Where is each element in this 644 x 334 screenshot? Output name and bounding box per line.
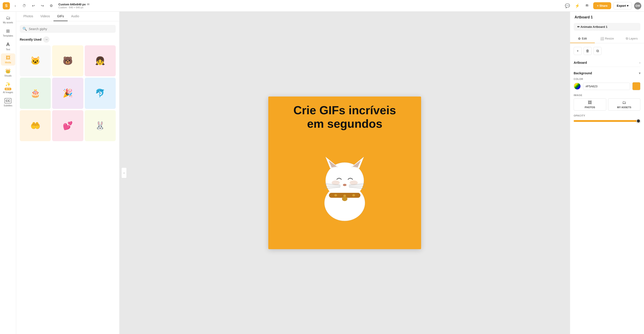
redo-button[interactable]: ↪ [39, 2, 46, 9]
color-label: COLOR [574, 78, 640, 80]
text-icon: A [6, 41, 10, 47]
svg-point-8 [343, 184, 346, 186]
photos-button[interactable]: 🖼 PHOTOS [574, 98, 606, 111]
sidebar-item-text[interactable]: A Text [1, 40, 15, 52]
sidebar-item-ai-images[interactable]: ✨ BETA AI Images [1, 80, 15, 95]
list-item[interactable]: 🐻 [52, 45, 83, 76]
gif-preview: 🐱 [20, 45, 51, 76]
sidebar-item-label: Subtitles [4, 104, 12, 107]
search-input[interactable] [29, 27, 113, 31]
user-avatar[interactable]: GW [634, 2, 641, 9]
list-item[interactable]: 🐱 [20, 45, 51, 76]
export-chevron-icon: ▾ [627, 4, 628, 7]
canvas-heading: Crie GIFs incríveis em segundos [294, 104, 396, 131]
image-label: IMAGE [574, 94, 640, 96]
templates-icon: ⊞ [6, 28, 10, 34]
list-item[interactable]: 🐰 [85, 110, 116, 141]
background-section-title[interactable]: Background ▾ [574, 71, 640, 75]
sidebar-item-subtitles[interactable]: CC Subtitles [1, 96, 15, 109]
svg-point-16 [334, 194, 337, 196]
gif-preview: 🤲 [20, 110, 51, 141]
animate-artboard-button[interactable]: ✏ Animate Artboard 1 [574, 23, 640, 31]
edit-actions: + 🗑 ⧉ [574, 47, 640, 55]
tab-layers[interactable]: ⧉ Layers [619, 34, 644, 43]
tab-gifs[interactable]: GIFs [54, 12, 68, 21]
media-icon: 🖼 [6, 55, 10, 60]
artboard-chevron-icon: › [639, 61, 640, 64]
settings-button[interactable]: ⚙ [48, 2, 55, 9]
tab-audio[interactable]: Audio [68, 12, 83, 21]
tab-photos[interactable]: Photos [20, 12, 37, 21]
gif-preview: 🐰 [85, 110, 116, 141]
gif-preview: 🐻 [52, 45, 83, 76]
artboard-section: Artboard › [574, 59, 640, 67]
project-title: Custom 640x640 px ✉ [58, 3, 562, 6]
right-panel: Artboard 1 ✏ Animate Artboard 1 ⚙ Edit ⬜… [570, 12, 644, 334]
panel-tabs: Photos Videos GIFs Audio [16, 12, 119, 21]
tab-resize[interactable]: ⬜ Resize [595, 34, 620, 43]
color-hex-input[interactable] [583, 83, 630, 90]
subtitles-icon: CC [4, 98, 11, 103]
color-swatch[interactable] [632, 82, 640, 90]
duplicate-layer-button[interactable]: ⧉ [594, 47, 602, 55]
list-item[interactable]: 🤲 [20, 110, 51, 141]
svg-point-17 [343, 195, 346, 197]
gif-preview: 💕 [52, 110, 83, 141]
sidebar-item-visuals[interactable]: 👑 Visuals [1, 66, 15, 79]
search-bar: 🔍 [20, 25, 116, 33]
my-assets-icon: 🗂 [6, 15, 10, 20]
gif-preview: 🎉 [52, 78, 83, 109]
opacity-track [574, 120, 640, 122]
app-logo[interactable]: S [3, 2, 10, 9]
sidebar-icons: 🗂 My assets ⊞ Templates A Text 🖼 Media 👑… [0, 12, 16, 334]
project-title-group: Custom 640x640 px ✉ Custom · 640 × 640 p… [58, 3, 562, 9]
undo-button[interactable]: ↩ [30, 2, 37, 9]
recently-used-title: Recently Used [20, 38, 41, 41]
sidebar-item-label: My assets [3, 21, 13, 24]
canvas-frame[interactable]: Crie GIFs incríveis em segundos [268, 96, 421, 249]
add-layer-button[interactable]: + [574, 47, 582, 55]
artboard-section-title: Artboard [574, 61, 587, 64]
list-item[interactable]: 💕 [52, 110, 83, 141]
export-button[interactable]: Export ▾ [614, 2, 632, 9]
photos-icon: 🖼 [588, 100, 592, 105]
sidebar-item-label: AI Images [3, 91, 13, 94]
gif-preview: 🐬 [85, 78, 116, 109]
svg-point-18 [352, 194, 355, 196]
see-more-button[interactable]: → [43, 36, 50, 43]
delete-layer-button[interactable]: 🗑 [584, 47, 592, 55]
title-email-icon: ✉ [87, 3, 90, 6]
gif-grid: 🐱 🐻 👧 🎂 🎉 🐬 🤲 [20, 45, 116, 141]
sidebar-item-label: Templates [3, 34, 13, 37]
right-panel-tabs: ⚙ Edit ⬜ Resize ⧉ Layers [570, 34, 644, 43]
list-item[interactable]: 🐬 [85, 78, 116, 109]
color-picker-button[interactable] [574, 83, 581, 90]
tab-videos[interactable]: Videos [37, 12, 54, 21]
back-button[interactable]: ‹ [12, 2, 19, 9]
gif-preview: 👧 [85, 45, 116, 76]
main-layout: 🗂 My assets ⊞ Templates A Text 🖼 Media 👑… [0, 12, 644, 334]
visuals-icon: 👑 [5, 68, 11, 74]
opacity-slider[interactable] [574, 119, 640, 123]
lightning-button[interactable]: ⚡ [574, 2, 581, 10]
edit-tab-icon: ⚙ [578, 37, 581, 40]
sidebar-item-media[interactable]: 🖼 Media [1, 53, 15, 65]
topbar: S ‹ ⏱ ↩ ↪ ⚙ Custom 640x640 px ✉ Custom ·… [0, 0, 644, 12]
artboard-section-row[interactable]: Artboard › [574, 59, 640, 67]
history-button[interactable]: ⏱ [21, 2, 28, 9]
sidebar-item-templates[interactable]: ⊞ Templates [1, 26, 15, 39]
collapse-panel-button[interactable]: ‹ [121, 167, 127, 178]
comments-button[interactable]: 💬 [564, 2, 571, 10]
svg-point-19 [342, 197, 348, 201]
list-item[interactable]: 🎉 [52, 78, 83, 109]
preview-button[interactable]: 👁 [583, 2, 591, 10]
share-button[interactable]: + Share [593, 2, 611, 9]
right-edit-panel: + 🗑 ⧉ Artboard › Background ▾ COLOR [570, 43, 644, 129]
list-item[interactable]: 👧 [85, 45, 116, 76]
my-assets-button[interactable]: 🗂 MY ASSETS [608, 98, 641, 111]
artboard-title: Artboard 1 [570, 12, 644, 21]
opacity-thumb[interactable] [636, 119, 640, 123]
tab-edit[interactable]: ⚙ Edit [570, 34, 595, 43]
sidebar-item-my-assets[interactable]: 🗂 My assets [1, 13, 15, 25]
list-item[interactable]: 🎂 [20, 78, 51, 109]
